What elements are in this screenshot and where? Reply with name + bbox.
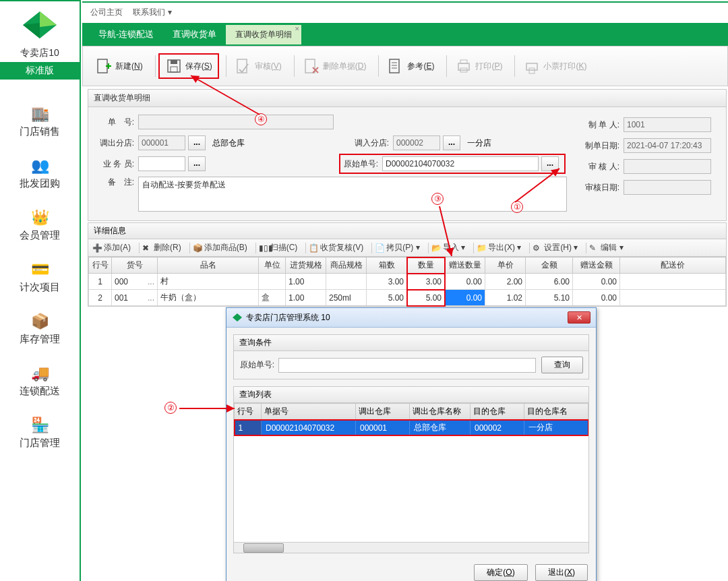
ticket-printer-icon bbox=[523, 57, 541, 75]
shop-icon: 🏬 bbox=[0, 105, 80, 123]
tab-direct-receive[interactable]: 直调收货单 bbox=[163, 24, 226, 44]
svg-rect-17 bbox=[526, 63, 537, 70]
detail-recheck-button[interactable]: 📋收货复核(V) bbox=[309, 242, 363, 253]
crown-icon: 👑 bbox=[0, 209, 80, 226]
edit-icon: ✎ bbox=[589, 243, 599, 253]
salesman-input[interactable] bbox=[138, 156, 185, 171]
app-logo-icon bbox=[232, 313, 243, 322]
box-icon: 📦 bbox=[0, 313, 80, 330]
remark-textarea[interactable]: 自动配送-按要货单配送 bbox=[138, 177, 567, 212]
form-panel-title: 直调收货单明细 bbox=[88, 90, 726, 107]
svg-rect-6 bbox=[237, 59, 247, 73]
sidebar-item-member[interactable]: 👑会员管理 bbox=[0, 204, 80, 255]
out-branch-picker-button[interactable]: ... bbox=[188, 135, 206, 150]
folder-in-icon: 📂 bbox=[431, 243, 441, 253]
recheck-icon: 📋 bbox=[309, 243, 318, 253]
svg-rect-4 bbox=[171, 60, 177, 64]
dialog-hscrollbar[interactable] bbox=[234, 542, 588, 553]
out-branch-name: 总部仓库 bbox=[212, 137, 245, 149]
sidebar-item-delivery[interactable]: 🚚连锁配送 bbox=[0, 359, 80, 411]
printer-icon bbox=[455, 57, 473, 75]
detail-import-button[interactable]: 📂导入 ▾ bbox=[431, 242, 465, 253]
menu-contact[interactable]: 联系我们 ▾ bbox=[133, 7, 171, 17]
barcode-icon: ▮▯▮ bbox=[259, 243, 268, 253]
reference-button[interactable]: 参考(E) bbox=[382, 55, 439, 78]
dialog-result-table[interactable]: 行号 单据号 调出仓库 调出仓库名称 目的仓库 目的仓库名 1 D0000210… bbox=[234, 403, 588, 435]
orig-no-input[interactable] bbox=[382, 156, 539, 171]
sidebar-item-wholesale[interactable]: 👥批发团购 bbox=[0, 152, 80, 204]
label-remark: 备 注: bbox=[98, 177, 138, 188]
audit-button[interactable]: 审核(V) bbox=[229, 55, 287, 78]
svg-rect-10 bbox=[390, 59, 399, 73]
sidebar-item-inventory[interactable]: 📦库存管理 bbox=[0, 307, 80, 359]
menu-home[interactable]: 公司主页 bbox=[90, 7, 123, 17]
query-button[interactable]: 查询 bbox=[541, 357, 583, 373]
table-row[interactable]: 1 000 ... 村 1.00 3.00 3.00 0.00 2.00 6.0… bbox=[89, 274, 726, 290]
ticket-print-button[interactable]: 小票打印(K) bbox=[518, 55, 592, 78]
store-name: 专卖店10 bbox=[0, 47, 80, 59]
plus-icon: ➕ bbox=[92, 243, 102, 253]
tab-nav-delivery[interactable]: 导航-连锁配送 bbox=[89, 24, 163, 44]
orig-no-picker-button[interactable]: ... bbox=[541, 156, 559, 171]
label-make-date: 制单日期: bbox=[584, 140, 624, 152]
dialog-close-button[interactable]: ✕ bbox=[568, 311, 590, 324]
detail-delete-button[interactable]: ✖删除(R) bbox=[142, 242, 181, 253]
dialog-exit-button[interactable]: 退出(X) bbox=[535, 564, 588, 581]
query-condition-title: 查询条件 bbox=[234, 335, 588, 351]
copy-icon: 📄 bbox=[375, 243, 384, 253]
orderno-input bbox=[138, 115, 334, 129]
in-branch-picker-button[interactable]: ... bbox=[443, 135, 460, 150]
delete-button[interactable]: 删除单据(D) bbox=[297, 55, 372, 78]
print-button[interactable]: 打印(P) bbox=[450, 55, 508, 78]
sidebar-item-store-sales[interactable]: 🏬门店销售 bbox=[0, 100, 80, 152]
tab-direct-receive-detail[interactable]: 直调收货单明细✕ bbox=[226, 25, 301, 44]
box-plus-icon: 📦 bbox=[193, 243, 202, 253]
new-button[interactable]: 新建(N) bbox=[90, 55, 148, 78]
svg-rect-18 bbox=[529, 68, 535, 73]
grid-header-row: 行号 货号 品名 单位 进货规格 商品规格 箱数 数量 赠送数量 单价 金额 赠… bbox=[89, 257, 726, 274]
save-icon bbox=[165, 57, 183, 75]
detail-edit-button[interactable]: ✎编辑 ▾ bbox=[589, 242, 623, 253]
detail-panel: 详细信息 ➕添加(A) ✖删除(R) 📦添加商品(B) ▮▯▮扫描(C) 📋收货… bbox=[88, 222, 727, 307]
delete-icon bbox=[303, 57, 320, 75]
detail-add-button[interactable]: ➕添加(A) bbox=[92, 242, 131, 253]
main-toolbar: 新建(N) 保存(S) 审核(V) 删除单据(D) 参考(E) 打印(P) 小票… bbox=[82, 46, 728, 86]
label-audit-date: 审核日期: bbox=[584, 182, 624, 193]
detail-setting-button[interactable]: ⚙设置(H) ▾ bbox=[533, 242, 578, 253]
label-orig-no: 原始单号: bbox=[343, 158, 382, 170]
result-row[interactable]: 1 D00002104070032 000001 总部仓库 000002 一分店 bbox=[235, 420, 588, 436]
annotation-2: ② bbox=[164, 402, 177, 414]
table-row[interactable]: 2 001 ... 牛奶（盒） 盒 1.00 250ml 5.00 5.00 0… bbox=[89, 290, 726, 306]
salesman-picker-button[interactable]: ... bbox=[188, 156, 206, 171]
app-logo-icon bbox=[20, 8, 60, 42]
sidebar-item-store-manage[interactable]: 🏪门店管理 bbox=[0, 411, 80, 463]
detail-toolbar: ➕添加(A) ✖删除(R) 📦添加商品(B) ▮▯▮扫描(C) 📋收货复核(V)… bbox=[88, 239, 727, 257]
out-code-input bbox=[138, 135, 185, 150]
save-button[interactable]: 保存(S) bbox=[158, 53, 219, 79]
dlg-origno-input[interactable] bbox=[278, 358, 536, 373]
label-out-branch: 调出分店: bbox=[98, 137, 138, 149]
new-doc-icon bbox=[95, 57, 113, 75]
query-list-group: 查询列表 行号 单据号 调出仓库 调出仓库名称 目的仓库 目的仓库名 1 D00… bbox=[233, 386, 589, 553]
detail-add-product-button[interactable]: 📦添加商品(B) bbox=[193, 242, 247, 253]
detail-title: 详细信息 bbox=[88, 222, 727, 239]
folder-out-icon: 📁 bbox=[477, 243, 486, 253]
label-auditor: 审 核 人: bbox=[584, 161, 624, 173]
detail-copy-button[interactable]: 📄拷贝(P) ▾ bbox=[375, 242, 419, 253]
svg-rect-0 bbox=[98, 59, 107, 73]
svg-rect-14 bbox=[458, 63, 469, 70]
sidebar-item-count[interactable]: 💳计次项目 bbox=[0, 255, 80, 307]
in-code-input bbox=[393, 135, 440, 150]
form-panel: 直调收货单明细 单 号: 调出分店: ... 总部仓库 调入分店: ... 一分… bbox=[88, 89, 727, 221]
dialog-titlebar[interactable]: 专卖店门店管理系统 10 ✕ bbox=[226, 308, 596, 328]
query-condition-group: 查询条件 原始单号: 查询 bbox=[233, 334, 589, 379]
detail-export-button[interactable]: 📁导出(X) ▾ bbox=[477, 242, 521, 253]
svg-rect-5 bbox=[171, 67, 177, 72]
audit-date-input bbox=[624, 180, 711, 195]
edition-badge: 标准版 bbox=[0, 62, 80, 80]
detail-scan-button[interactable]: ▮▯▮扫描(C) bbox=[259, 242, 298, 253]
dialog-ok-button[interactable]: 确定(O) bbox=[474, 564, 527, 581]
detail-grid[interactable]: 行号 货号 品名 单位 进货规格 商品规格 箱数 数量 赠送数量 单价 金额 赠… bbox=[88, 257, 727, 307]
maker-input bbox=[624, 117, 711, 132]
close-icon[interactable]: ✕ bbox=[295, 26, 300, 32]
